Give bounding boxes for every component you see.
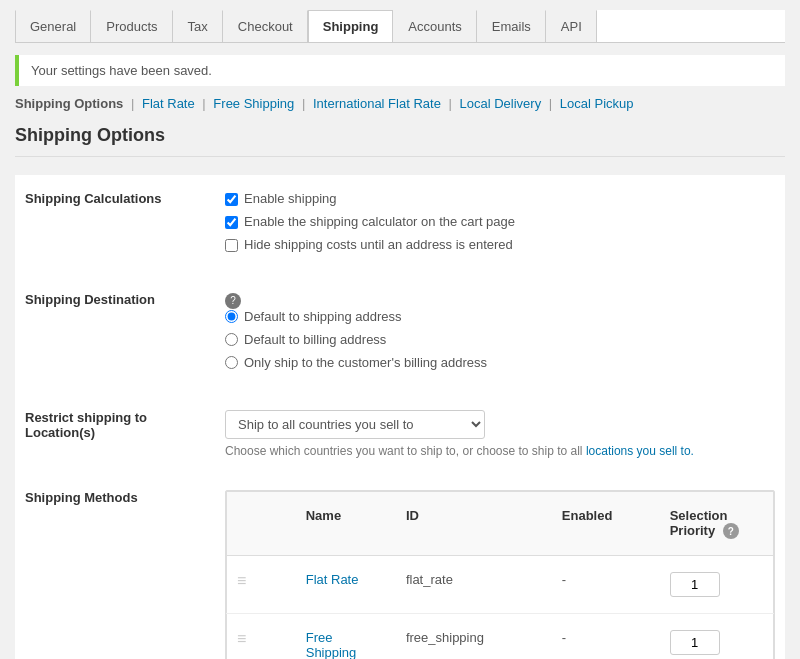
tab-checkout[interactable]: Checkout xyxy=(223,10,308,42)
priority-input-2[interactable] xyxy=(670,630,720,655)
methods-tbody: ≡ Flat Rate flat_rate - ≡ Free Shipping … xyxy=(227,556,774,659)
sep3: | xyxy=(302,96,305,111)
enable-shipping-label: Enable shipping xyxy=(244,191,337,206)
methods-table: Name ID Enabled Selection Priority ? xyxy=(226,491,774,659)
sub-nav-local-delivery[interactable]: Local Delivery xyxy=(460,96,542,111)
shipping-destination-label: Shipping Destination xyxy=(25,292,155,307)
method-enabled-1: - xyxy=(552,556,660,614)
method-id-2: free_shipping xyxy=(396,614,552,659)
tab-products[interactable]: Products xyxy=(91,10,172,42)
tab-emails[interactable]: Emails xyxy=(477,10,546,42)
settings-form: Shipping Calculations Enable shipping En… xyxy=(15,175,785,659)
sub-nav: Shipping Options | Flat Rate | Free Ship… xyxy=(15,96,785,111)
ship-dest-billing-label: Default to billing address xyxy=(244,332,386,347)
tab-shipping[interactable]: Shipping xyxy=(308,10,394,42)
sub-nav-local-pickup[interactable]: Local Pickup xyxy=(560,96,634,111)
calculator-row: Enable the shipping calculator on the ca… xyxy=(225,214,775,229)
sep4: | xyxy=(448,96,451,111)
ship-dest-shipping-radio[interactable] xyxy=(225,310,238,323)
tab-api[interactable]: API xyxy=(546,10,597,42)
col-header-id: ID xyxy=(396,491,552,556)
restrict-shipping-description: Choose which countries you want to ship … xyxy=(225,444,775,458)
enable-shipping-row: Enable shipping xyxy=(225,191,775,206)
shipping-destination-row: Shipping Destination ? Default to shippi… xyxy=(15,276,785,394)
table-row: ≡ Flat Rate flat_rate - xyxy=(227,556,774,614)
method-name-1[interactable]: Flat Rate xyxy=(296,556,396,614)
priority-help-icon[interactable]: ? xyxy=(723,523,739,539)
method-name-2[interactable]: Free Shipping xyxy=(296,614,396,659)
table-row: ≡ Free Shipping free_shipping - xyxy=(227,614,774,659)
tab-accounts[interactable]: Accounts xyxy=(393,10,476,42)
sub-nav-international[interactable]: International Flat Rate xyxy=(313,96,441,111)
ship-dest-billing-radio[interactable] xyxy=(225,333,238,346)
drag-handle-1[interactable]: ≡ xyxy=(227,556,296,614)
sub-nav-free-shipping[interactable]: Free Shipping xyxy=(213,96,294,111)
save-notice: Your settings have been saved. xyxy=(15,55,785,86)
hide-costs-label: Hide shipping costs until an address is … xyxy=(244,237,513,252)
hide-costs-row: Hide shipping costs until an address is … xyxy=(225,237,775,252)
col-header-priority: Selection Priority ? xyxy=(660,491,774,556)
only-billing-address-row: Only ship to the customer's billing addr… xyxy=(225,355,775,370)
method-enabled-2: - xyxy=(552,614,660,659)
restrict-shipping-select[interactable]: Ship to all countries you sell to Ship t… xyxy=(225,410,485,439)
col-header-name xyxy=(227,491,296,556)
methods-table-container: Name ID Enabled Selection Priority ? xyxy=(225,490,775,659)
methods-header-row: Name ID Enabled Selection Priority ? xyxy=(227,491,774,556)
tab-tax[interactable]: Tax xyxy=(173,10,223,42)
restrict-shipping-row: Restrict shipping to Location(s) Ship to… xyxy=(15,394,785,474)
priority-input-1[interactable] xyxy=(670,572,720,597)
shipping-calculations-label: Shipping Calculations xyxy=(25,191,162,206)
shipping-methods-row: Shipping Methods Name ID Enabled Selecti… xyxy=(15,474,785,659)
drag-handle-2[interactable]: ≡ xyxy=(227,614,296,659)
shipping-methods-label: Shipping Methods xyxy=(25,490,138,505)
sep1: | xyxy=(131,96,134,111)
ship-dest-only-billing-label: Only ship to the customer's billing addr… xyxy=(244,355,487,370)
sub-nav-flat-rate[interactable]: Flat Rate xyxy=(142,96,195,111)
col-header-name-label: Name xyxy=(296,491,396,556)
method-id-1: flat_rate xyxy=(396,556,552,614)
destination-help-icon[interactable]: ? xyxy=(225,293,241,309)
enable-shipping-checkbox[interactable] xyxy=(225,193,238,206)
shipping-calculations-row: Shipping Calculations Enable shipping En… xyxy=(15,175,785,276)
col-header-enabled: Enabled xyxy=(552,491,660,556)
default-billing-address-row: Default to billing address xyxy=(225,332,775,347)
sub-nav-current: Shipping Options xyxy=(15,96,123,111)
restrict-shipping-label: Restrict shipping to Location(s) xyxy=(25,410,147,440)
enable-calculator-checkbox[interactable] xyxy=(225,216,238,229)
enable-calculator-label: Enable the shipping calculator on the ca… xyxy=(244,214,515,229)
hide-costs-checkbox[interactable] xyxy=(225,239,238,252)
nav-tabs: General Products Tax Checkout Shipping A… xyxy=(15,10,785,43)
locations-link[interactable]: locations you sell to. xyxy=(586,444,694,458)
tab-general[interactable]: General xyxy=(15,10,91,42)
method-priority-2[interactable] xyxy=(660,614,774,659)
sep2: | xyxy=(202,96,205,111)
method-priority-1[interactable] xyxy=(660,556,774,614)
ship-dest-shipping-label: Default to shipping address xyxy=(244,309,402,324)
ship-dest-only-billing-radio[interactable] xyxy=(225,356,238,369)
methods-thead: Name ID Enabled Selection Priority ? xyxy=(227,491,774,556)
default-shipping-address-row: Default to shipping address xyxy=(225,309,775,324)
page-title: Shipping Options xyxy=(15,125,785,157)
sep5: | xyxy=(549,96,552,111)
